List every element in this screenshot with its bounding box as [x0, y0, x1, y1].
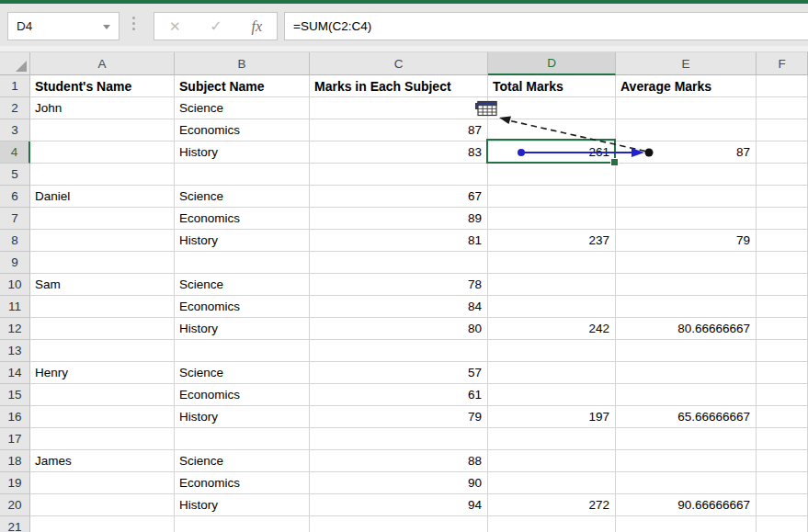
cell-C5[interactable] [310, 164, 488, 186]
fill-handle[interactable] [610, 158, 619, 166]
cell-F17[interactable] [757, 428, 808, 450]
cell-D2[interactable] [488, 97, 616, 119]
cell-A7[interactable] [30, 208, 175, 230]
cell-F13[interactable] [757, 340, 808, 362]
cell-F20[interactable] [757, 494, 808, 516]
cell-F5[interactable] [757, 164, 808, 186]
cell-E7[interactable] [616, 208, 757, 230]
cell-A4[interactable] [30, 141, 175, 164]
row-header-13[interactable]: 13 [0, 340, 30, 362]
row-header-4[interactable]: 4 [0, 141, 30, 164]
cell-C7[interactable]: 89 [310, 208, 488, 230]
cell-A2[interactable]: John [30, 97, 175, 119]
cell-D16[interactable]: 197 [488, 406, 616, 428]
cell-A9[interactable] [30, 252, 175, 274]
cell-C9[interactable] [310, 252, 488, 274]
row-header-7[interactable]: 7 [0, 208, 30, 230]
formula-bar-drag-handle[interactable] [132, 17, 135, 30]
cell-D14[interactable] [488, 362, 616, 384]
cell-E17[interactable] [616, 428, 757, 450]
cell-A6[interactable]: Daniel [30, 186, 175, 208]
cell-D9[interactable] [488, 252, 616, 274]
cell-B11[interactable]: Economics [175, 296, 310, 318]
cell-C19[interactable]: 90 [310, 472, 488, 494]
cell-F18[interactable] [757, 450, 808, 472]
column-header-D[interactable]: D [488, 52, 616, 75]
cell-A18[interactable]: James [30, 450, 175, 472]
cell-E4[interactable]: 87 [616, 141, 757, 164]
cell-F12[interactable] [757, 318, 808, 340]
cell-F8[interactable] [757, 230, 808, 252]
cell-E3[interactable] [616, 119, 757, 141]
row-header-17[interactable]: 17 [0, 428, 30, 450]
cell-A8[interactable] [30, 230, 175, 252]
cell-A12[interactable] [30, 318, 175, 340]
cell-F2[interactable] [757, 97, 808, 119]
row-header-11[interactable]: 11 [0, 296, 30, 318]
cell-E8[interactable]: 79 [616, 230, 757, 252]
cell-F3[interactable] [757, 119, 808, 141]
cell-A20[interactable] [30, 494, 175, 516]
cell-F15[interactable] [757, 384, 808, 406]
cell-C15[interactable]: 61 [310, 384, 488, 406]
cell-A1[interactable]: Student's Name [30, 75, 175, 97]
cell-D1[interactable]: Total Marks [488, 75, 616, 97]
cell-F11[interactable] [757, 296, 808, 318]
cell-E20[interactable]: 90.66666667 [616, 494, 757, 516]
cell-C21[interactable] [310, 516, 488, 532]
cell-D10[interactable] [488, 274, 616, 296]
cell-F1[interactable] [757, 75, 808, 97]
row-header-21[interactable]: 21 [0, 516, 30, 532]
cell-E13[interactable] [616, 340, 757, 362]
cell-E15[interactable] [616, 384, 757, 406]
cell-B16[interactable]: History [175, 406, 310, 428]
cell-A11[interactable] [30, 296, 175, 318]
cell-A19[interactable] [30, 472, 175, 494]
cell-D7[interactable] [488, 208, 616, 230]
cell-D3[interactable] [488, 119, 616, 141]
cell-E14[interactable] [616, 362, 757, 384]
cell-A21[interactable] [30, 516, 175, 532]
cell-C8[interactable]: 81 [310, 230, 488, 252]
cell-B14[interactable]: Science [175, 362, 310, 384]
cell-E18[interactable] [616, 450, 757, 472]
cell-B13[interactable] [175, 340, 310, 362]
cell-C20[interactable]: 94 [310, 494, 488, 516]
cell-B15[interactable]: Economics [175, 384, 310, 406]
select-all-corner[interactable] [0, 52, 30, 75]
cell-A5[interactable] [30, 164, 175, 186]
cell-B17[interactable] [175, 428, 310, 450]
cell-A14[interactable]: Henry [30, 362, 175, 384]
cell-F10[interactable] [757, 274, 808, 296]
cell-D12[interactable]: 242 [488, 318, 616, 340]
column-header-B[interactable]: B [175, 52, 310, 75]
cell-A16[interactable] [30, 406, 175, 428]
cell-F19[interactable] [757, 472, 808, 494]
cell-D4[interactable]: 261 [488, 141, 616, 164]
cell-C13[interactable] [310, 340, 488, 362]
enter-icon[interactable]: ✓ [210, 17, 222, 35]
formula-input[interactable]: =SUM(C2:C4) [284, 12, 808, 40]
cell-C4[interactable]: 83 [310, 141, 488, 164]
cell-C1[interactable]: Marks in Each Subject [310, 75, 488, 97]
row-header-2[interactable]: 2 [0, 97, 30, 119]
cell-D17[interactable] [488, 428, 616, 450]
cell-E11[interactable] [616, 296, 757, 318]
cell-B12[interactable]: History [175, 318, 310, 340]
cell-D8[interactable]: 237 [488, 230, 616, 252]
cell-E16[interactable]: 65.66666667 [616, 406, 757, 428]
row-header-5[interactable]: 5 [0, 164, 30, 186]
cell-E19[interactable] [616, 472, 757, 494]
cell-C11[interactable]: 84 [310, 296, 488, 318]
cell-E9[interactable] [616, 252, 757, 274]
column-header-E[interactable]: E [616, 52, 757, 75]
cell-C6[interactable]: 67 [310, 186, 488, 208]
cell-E1[interactable]: Average Marks [616, 75, 757, 97]
cell-C14[interactable]: 57 [310, 362, 488, 384]
cell-F16[interactable] [757, 406, 808, 428]
cell-F4[interactable] [757, 141, 808, 164]
cell-A3[interactable] [30, 119, 175, 141]
column-header-F[interactable]: F [757, 52, 808, 75]
row-header-15[interactable]: 15 [0, 384, 30, 406]
row-header-3[interactable]: 3 [0, 119, 30, 141]
